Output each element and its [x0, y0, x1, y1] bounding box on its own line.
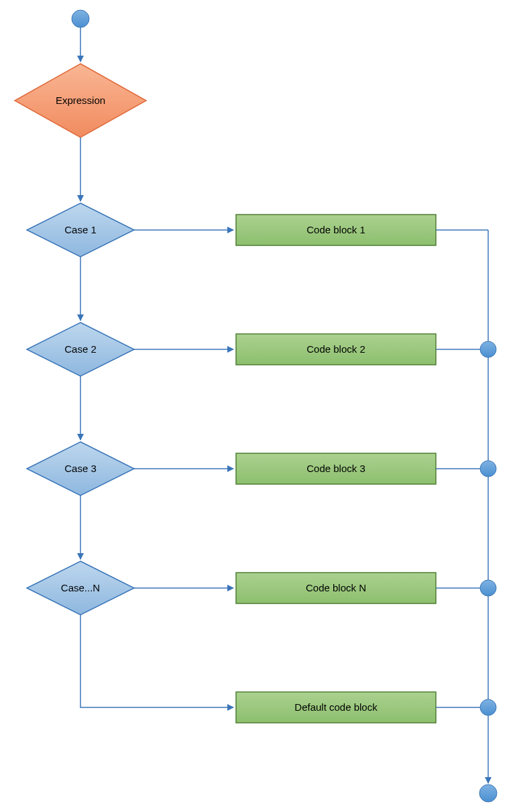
junction-node [480, 341, 496, 357]
junction-node [480, 461, 496, 477]
default-label: Default code block [294, 701, 378, 713]
flowchart: Expression Case 1 Code block 1 Case 2 Co… [0, 0, 515, 812]
expression-label: Expression [56, 95, 105, 106]
case3-label: Case 3 [64, 463, 97, 474]
connector [80, 615, 233, 707]
end-node [479, 785, 497, 802]
start-node [72, 10, 89, 27]
junction-node [480, 580, 496, 596]
code2-label: Code block 2 [306, 343, 365, 355]
caseN-label: Case...N [61, 582, 100, 593]
case1-label: Case 1 [64, 224, 97, 235]
code1-label: Code block 1 [306, 224, 365, 235]
code3-label: Code block 3 [306, 463, 365, 474]
codeN-label: Code block N [306, 582, 366, 593]
case2-label: Case 2 [64, 343, 97, 355]
junction-node [480, 699, 496, 715]
